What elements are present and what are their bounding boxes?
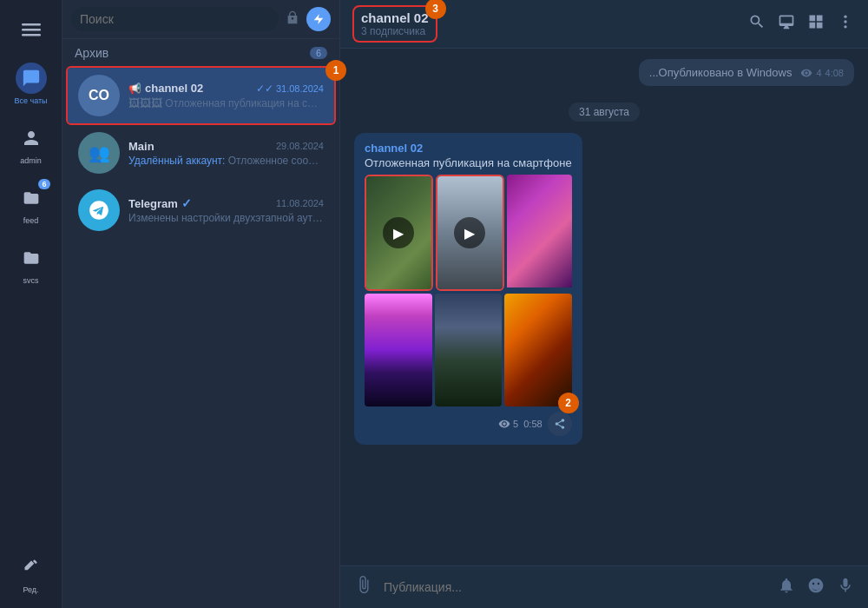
share-button[interactable]: [548, 412, 572, 436]
sidebar-item-feed[interactable]: 6 feed: [7, 177, 56, 230]
svcs-label: svcs: [23, 276, 39, 285]
media-cell-trees[interactable]: [507, 175, 572, 291]
channel-subscribers: 3 подписчика: [361, 25, 429, 37]
annotation-badge-3: 3: [425, 0, 446, 19]
prev-msg-bubble: ...Опубликовано в Windows 4 4:08: [639, 59, 854, 86]
annotation-badge-1: 1: [326, 60, 346, 81]
chat-preview-main: Удалённый аккаунт: Отложенное сообщен...: [128, 155, 324, 167]
sidebar-item-edit[interactable]: Ред.: [7, 546, 56, 599]
monitor-button[interactable]: [778, 13, 795, 35]
media-cell-sphere[interactable]: [504, 294, 572, 406]
prev-msg-meta: 4 4:08: [800, 67, 844, 79]
prev-msg-text: ...Опубликовано в Windows: [649, 66, 792, 79]
chat-time-main: 29.08.2024: [276, 141, 324, 151]
msg-text: Отложенная публикация на смартфоне: [365, 156, 572, 169]
chat-input-bar: [340, 565, 868, 608]
chat-time: 31.08.2024: [276, 83, 324, 94]
chat-header: channel 02 3 подписчика 3: [340, 0, 868, 49]
sidebar-item-svcs[interactable]: svcs: [7, 237, 56, 290]
chat-info-telegram: Telegram ✓ 11.08.2024 Изменены настройки…: [128, 196, 324, 224]
archive-badge: 6: [310, 47, 327, 59]
svg-point-5: [844, 25, 846, 28]
more-button[interactable]: [837, 13, 854, 35]
svg-rect-2: [22, 34, 41, 36]
chat-preview-tg: Изменены настройки двухэтапной аутент...: [128, 212, 324, 224]
avatar-telegram: [78, 189, 120, 231]
media-row-2: [365, 294, 572, 406]
chat-list-panel: Архив 6 CO 📢 channel 02 ✓✓ 31.08.2024: [62, 0, 340, 608]
chat-item-main[interactable]: 👥 Main 29.08.2024 Удалённый аккаунт: Отл…: [68, 125, 334, 181]
chats-icon: [16, 63, 47, 94]
speed-icon[interactable]: [306, 7, 331, 31]
emoji-button[interactable]: [807, 577, 825, 598]
edit-label: Ред.: [23, 585, 38, 594]
chat-item-telegram[interactable]: Telegram ✓ 11.08.2024 Изменены настройки…: [68, 182, 334, 238]
svg-rect-1: [22, 29, 41, 31]
chat-name-row-tg: Telegram ✓ 11.08.2024: [128, 196, 324, 210]
media-row-1: ▶ ▶: [365, 175, 572, 291]
edit-icon: [16, 552, 47, 583]
input-actions: [778, 577, 854, 598]
svg-point-3: [844, 16, 846, 18]
archive-header: Архив 6: [62, 39, 339, 67]
admin-icon: [16, 122, 47, 154]
msg-sender: channel 02: [365, 142, 572, 155]
menu-button[interactable]: [10, 9, 52, 50]
avatar-channel02: CO: [78, 75, 120, 116]
annotation-badge-2: 2: [558, 393, 579, 413]
media-cell-mountain[interactable]: [435, 294, 503, 406]
sidebar-item-admin[interactable]: admin: [7, 117, 56, 170]
lock-icon: [286, 10, 299, 28]
layout-button[interactable]: [807, 13, 825, 35]
attach-button[interactable]: [354, 575, 373, 599]
message-bubble: channel 02 Отложенная публикация на смар…: [354, 133, 582, 445]
read-ticks: ✓✓: [256, 83, 273, 95]
chat-header-actions: [748, 13, 854, 35]
admin-label: admin: [20, 156, 42, 165]
chat-name-tg: Telegram ✓: [128, 196, 192, 210]
search-button[interactable]: [748, 13, 766, 35]
play-btn-deer[interactable]: ▶: [383, 217, 414, 248]
date-divider: 31 августа: [354, 103, 854, 119]
view-count: 5: [498, 418, 518, 430]
feed-label: feed: [23, 216, 39, 225]
search-input[interactable]: [71, 7, 279, 31]
chat-name: 📢 channel 02: [128, 82, 203, 95]
channel-name-header: channel 02: [361, 10, 429, 25]
narrow-sidebar: Все чаты admin 6 feed svcs: [0, 0, 62, 608]
main-message: channel 02 Отложенная публикация на смар…: [354, 133, 854, 445]
svg-point-4: [844, 20, 846, 23]
media-grid-wrapper: ▶ ▶: [365, 175, 572, 406]
sidebar-item-chats[interactable]: Все чаты: [7, 57, 56, 110]
pin-icon: 📢: [128, 83, 141, 95]
mic-button[interactable]: [837, 577, 854, 598]
archive-label: Архив: [75, 46, 108, 60]
main-chat-area: channel 02 3 подписчика 3: [340, 0, 868, 608]
chat-info-main: Main 29.08.2024 Удалённый аккаунт: Отлож…: [128, 140, 324, 167]
play-btn-road[interactable]: ▶: [454, 217, 485, 248]
chat-body: ...Опубликовано в Windows 4 4:08 31 авгу…: [340, 49, 868, 565]
chat-info-channel02: 📢 channel 02 ✓✓ 31.08.2024 🖼🖼🖼 Отложенна…: [128, 82, 324, 109]
avatar-main: 👥: [78, 132, 120, 174]
chat-item-channel02[interactable]: CO 📢 channel 02 ✓✓ 31.08.2024 🖼🖼🖼 Отложе…: [68, 68, 334, 123]
media-cell-balloon[interactable]: [365, 294, 432, 406]
msg-footer: 5 0:58: [365, 412, 572, 436]
notification-button[interactable]: [778, 577, 795, 598]
message-input[interactable]: [384, 580, 767, 594]
svg-rect-0: [22, 23, 41, 26]
chat-name-row: 📢 channel 02 ✓✓ 31.08.2024: [128, 82, 324, 95]
chat-preview: 🖼🖼🖼 Отложенная публикация на смар...: [128, 96, 324, 109]
media-cell-deer[interactable]: ▶: [365, 175, 433, 291]
search-bar: [62, 0, 339, 39]
chat-header-info: channel 02 3 подписчика: [354, 7, 436, 41]
chat-name-row-main: Main 29.08.2024: [128, 140, 324, 153]
prev-message-row: ...Опубликовано в Windows 4 4:08: [354, 59, 854, 86]
chat-time-tg: 11.08.2024: [276, 198, 324, 208]
avatar-text-co: CO: [89, 88, 109, 103]
media-cell-road[interactable]: ▶: [436, 175, 504, 291]
chats-label: Все чаты: [14, 96, 47, 105]
feed-badge: 6: [38, 179, 49, 189]
duration: 0:58: [523, 419, 542, 429]
svcs-icon: [16, 242, 47, 274]
chat-name-main: Main: [128, 140, 155, 153]
